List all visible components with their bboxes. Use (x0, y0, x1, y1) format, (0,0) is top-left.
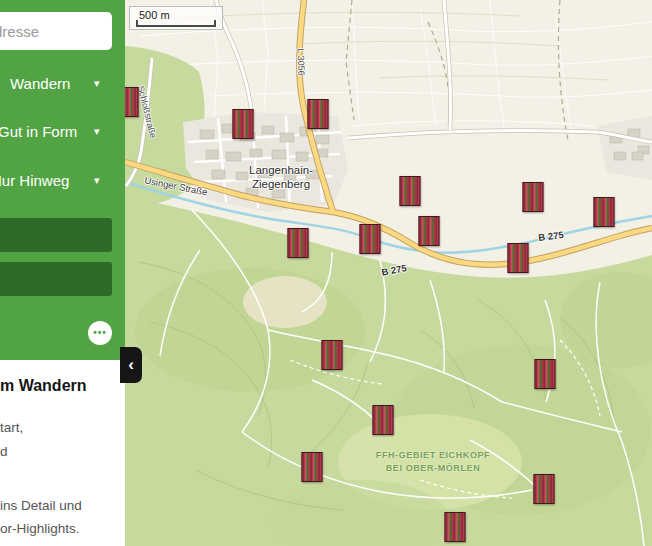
search-input[interactable] (0, 12, 112, 50)
panel-text-line: or-Highlights. (0, 521, 80, 536)
map-marker[interactable] (523, 182, 544, 212)
map-marker[interactable] (288, 228, 309, 258)
sidebar: Wandern ▾ Gut in Form ▾ Nur Hinweg ▾ •••… (0, 0, 125, 546)
chevron-down-icon: ▾ (94, 77, 100, 90)
map-marker[interactable] (360, 224, 381, 254)
map-marker[interactable] (308, 99, 329, 129)
panel-text-line: d (0, 444, 8, 459)
sidebar-item-gut-in-form[interactable]: Gut in Form ▾ (0, 111, 125, 151)
sidebar-item-label: Nur Hinweg (0, 172, 69, 189)
action-button-1[interactable] (0, 218, 112, 252)
sidebar-item-wandern[interactable]: Wandern ▾ (0, 63, 125, 103)
chevron-down-icon: ▾ (94, 174, 100, 187)
app-window: L 3056 Schloßstraße Usinger Straße B 275… (0, 0, 652, 546)
map-marker[interactable] (373, 405, 394, 435)
map-marker[interactable] (508, 243, 529, 273)
panel-heading: m Wandern (0, 377, 87, 395)
chevron-left-icon: ‹ (128, 355, 134, 375)
more-options-button[interactable]: ••• (88, 321, 112, 345)
map-marker[interactable] (302, 452, 323, 482)
sidebar-item-label: Gut in Form (0, 123, 77, 140)
map-marker[interactable] (534, 474, 555, 504)
collapse-panel-button[interactable]: ‹ (120, 347, 142, 383)
panel-text-line: tart, (0, 420, 23, 435)
sidebar-item-nur-hinweg[interactable]: Nur Hinweg ▾ (0, 160, 125, 200)
map-marker[interactable] (322, 340, 343, 370)
panel-text-line: ins Detail und (0, 498, 82, 513)
map-marker[interactable] (594, 197, 615, 227)
map-marker[interactable] (233, 109, 254, 139)
sidebar-item-label: Wandern (10, 75, 70, 92)
action-button-2[interactable] (0, 262, 112, 296)
map-marker[interactable] (419, 216, 440, 246)
info-panel: m Wandern tart, d ins Detail und or-High… (0, 360, 125, 546)
map-marker[interactable] (535, 359, 556, 389)
chevron-down-icon: ▾ (94, 125, 100, 138)
map-marker[interactable] (400, 176, 421, 206)
ellipsis-icon: ••• (93, 328, 107, 338)
map-marker[interactable] (445, 512, 466, 542)
